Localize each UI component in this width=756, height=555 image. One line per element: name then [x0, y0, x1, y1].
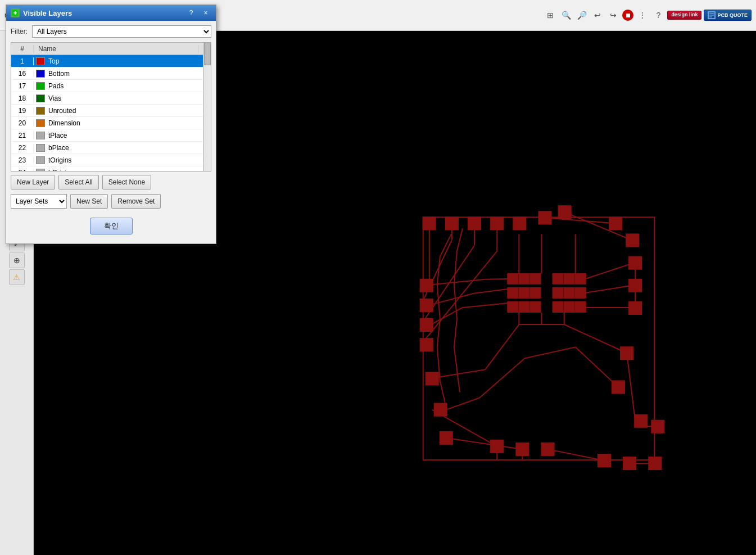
layer-sets-row: Layer Sets New Set Remove Set — [11, 194, 211, 209]
dialog-body: Filter: All Layers Used Layers Signal La… — [6, 21, 216, 243]
layer-color-swatch — [36, 57, 45, 65]
table-header: # Name × — [11, 43, 211, 55]
layer-color-swatch — [36, 94, 45, 102]
layer-name: Pads — [47, 82, 211, 90]
pcb-quote-icon — [708, 11, 716, 19]
new-layer-button[interactable]: New Layer — [11, 175, 55, 189]
svg-rect-41 — [530, 302, 540, 312]
zoom-fit-icon[interactable]: ⊞ — [544, 8, 557, 22]
svg-line-58 — [421, 251, 497, 345]
confirm-button[interactable]: 확인 — [90, 218, 133, 234]
svg-rect-78 — [423, 217, 655, 460]
layer-row[interactable]: 1Top — [11, 55, 211, 67]
layer-row[interactable]: 20Dimension — [11, 117, 211, 129]
pcb-quote-label: PCB QUOTE — [717, 12, 748, 18]
select-none-button[interactable]: Select None — [102, 175, 151, 189]
layer-num: 16 — [11, 70, 34, 78]
layer-row[interactable]: 23tOrigins — [11, 154, 211, 166]
svg-line-67 — [429, 294, 474, 305]
svg-line-83 — [446, 398, 479, 410]
layer-table: # Name × 1Top16Bottom17Pads18Vias19Unrou… — [11, 42, 211, 172]
svg-rect-34 — [519, 274, 529, 284]
layer-num: 17 — [11, 82, 34, 90]
svg-line-80 — [485, 324, 519, 369]
svg-rect-42 — [553, 274, 563, 284]
help-icon[interactable]: ? — [651, 8, 665, 22]
layer-name: Vias — [47, 94, 211, 102]
layer-color-swatch — [36, 169, 45, 172]
visible-layers-dialog: Visible Layers ? × Filter: All Layers Us… — [6, 4, 216, 244]
svg-line-69 — [429, 308, 463, 326]
tool-warning[interactable]: ⚠ — [9, 269, 25, 285]
svg-rect-40 — [519, 302, 529, 312]
layer-rows-container: 1Top16Bottom17Pads18Vias19Unrouted20Dime… — [11, 55, 211, 172]
layer-name: tOrigins — [47, 156, 211, 164]
layer-row[interactable]: 22bPlace — [11, 142, 211, 154]
layer-color-swatch — [36, 82, 45, 90]
svg-rect-47 — [576, 288, 586, 298]
svg-rect-35 — [530, 274, 540, 284]
svg-line-84 — [479, 358, 524, 398]
svg-line-86 — [576, 347, 618, 387]
layer-name: Bottom — [47, 70, 211, 78]
undo-icon[interactable]: ↩ — [591, 8, 604, 22]
dialog-help-button[interactable]: ? — [185, 7, 197, 19]
action-buttons: New Layer Select All Select None — [11, 175, 211, 189]
layer-num: 19 — [11, 107, 34, 115]
layer-color-swatch — [36, 70, 45, 78]
svg-rect-37 — [519, 288, 529, 298]
confirm-row: 확인 — [11, 218, 211, 239]
filter-row: Filter: All Layers Used Layers Signal La… — [11, 25, 211, 38]
dialog-close-button[interactable]: × — [200, 7, 211, 19]
svg-line-76 — [548, 449, 604, 461]
layer-row[interactable]: 21tPlace — [11, 129, 211, 142]
layer-row[interactable]: 24bOrigins — [11, 166, 211, 172]
layer-num: 23 — [11, 156, 34, 164]
dialog-titlebar: Visible Layers ? × — [6, 5, 216, 21]
separator-icon: ⋮ — [636, 8, 649, 22]
layer-num: 24 — [11, 169, 34, 172]
scrollbar-thumb[interactable] — [204, 43, 211, 65]
layer-num: 18 — [11, 94, 34, 102]
svg-line-82 — [564, 324, 627, 353]
zoom-out-icon[interactable]: 🔎 — [575, 8, 588, 22]
svg-rect-50 — [576, 302, 586, 312]
filter-label: Filter: — [11, 28, 28, 35]
design-link-button[interactable]: design link — [667, 11, 701, 20]
toolbar: ⊞ 🔍 🔎 ↩ ↪ ■ ⋮ ? design link PCB QUOTE — [544, 8, 752, 22]
header-num: # — [11, 45, 34, 53]
svg-rect-23 — [420, 339, 433, 351]
zoom-in-icon[interactable]: 🔍 — [559, 8, 573, 22]
layer-num: 22 — [11, 144, 34, 152]
tool-via[interactable]: ⊕ — [9, 252, 25, 268]
dialog-title: Visible Layers — [23, 9, 182, 17]
stop-icon[interactable]: ■ — [622, 10, 633, 21]
svg-line-87 — [641, 426, 654, 427]
layer-color-swatch — [36, 119, 45, 127]
layer-row[interactable]: 17Pads — [11, 80, 211, 92]
redo-icon[interactable]: ↪ — [606, 8, 620, 22]
header-name: Name — [34, 45, 198, 53]
svg-rect-46 — [564, 288, 574, 298]
layer-name: bPlace — [47, 144, 211, 152]
layer-color-swatch — [36, 107, 45, 115]
select-all-button[interactable]: Select All — [58, 175, 98, 189]
layer-table-scrollbar[interactable] — [203, 43, 211, 171]
design-link-label: design link — [671, 12, 698, 18]
layer-name: Dimension — [47, 119, 211, 127]
layer-row[interactable]: 16Bottom — [11, 67, 211, 80]
layer-sets-select[interactable]: Layer Sets — [11, 194, 67, 209]
filter-select[interactable]: All Layers Used Layers Signal Layers — [32, 25, 211, 38]
layer-color-swatch — [36, 132, 45, 139]
svg-rect-45 — [553, 288, 563, 298]
svg-rect-38 — [530, 288, 540, 298]
layer-num: 21 — [11, 132, 34, 139]
layer-row[interactable]: 18Vias — [11, 92, 211, 105]
pcb-quote-button[interactable]: PCB QUOTE — [704, 10, 752, 21]
layer-row[interactable]: 19Unrouted — [11, 105, 211, 117]
new-set-button[interactable]: New Set — [70, 194, 108, 209]
remove-set-button[interactable]: Remove Set — [111, 194, 161, 209]
svg-line-62 — [627, 353, 635, 421]
layer-color-swatch — [36, 156, 45, 164]
svg-rect-24 — [426, 372, 438, 385]
